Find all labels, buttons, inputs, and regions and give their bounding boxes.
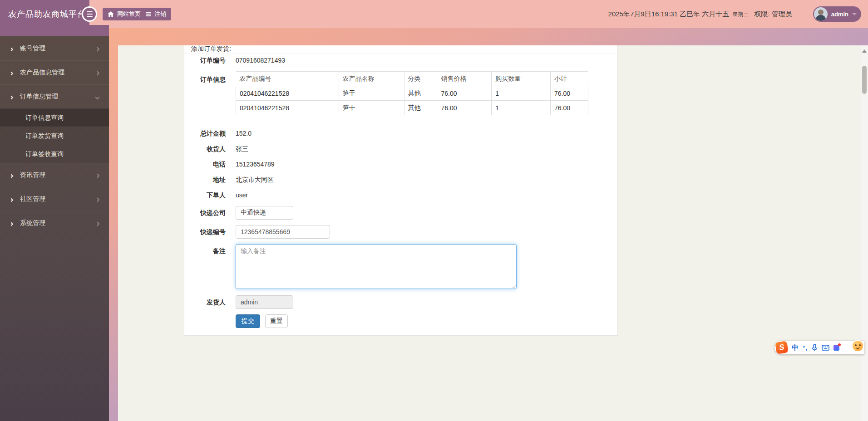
vertical-scrollbar[interactable] bbox=[861, 45, 868, 421]
nav-logout-label: 注销 bbox=[154, 10, 166, 18]
brand-block: 农产品助农商城平台 bbox=[0, 0, 89, 28]
shipment-form: 订单编号 07091608271493 订单信息 农产品编号 农产品名称 分类 … bbox=[184, 54, 617, 328]
phone-row: 电话 15123654789 bbox=[187, 160, 611, 169]
ime-toolbox-icon[interactable] bbox=[843, 345, 849, 351]
courier-input[interactable] bbox=[236, 206, 293, 220]
total-value: 152.0 bbox=[236, 129, 252, 138]
address-row: 地址 北京市大同区 bbox=[187, 175, 611, 184]
chevron-right-icon bbox=[10, 196, 14, 203]
address-value: 北京市大同区 bbox=[236, 175, 274, 184]
phone-value: 15123654789 bbox=[236, 160, 275, 169]
sogou-logo-icon[interactable]: S bbox=[775, 341, 788, 354]
nav-logout-button[interactable]: 注销 bbox=[141, 8, 171, 20]
sidebar-item-product-info[interactable]: 农产品信息管理 bbox=[0, 60, 109, 84]
ime-toolbar: S 中 °, bbox=[774, 341, 864, 354]
sidebar-item-community[interactable]: 社区管理 bbox=[0, 187, 109, 211]
buttons-row: 提交 重置 bbox=[187, 314, 611, 328]
chevron-down-icon bbox=[96, 93, 99, 100]
header-datetime: 2025年7月9日16:19:31 乙巳年 六月十五 bbox=[608, 10, 730, 19]
header-right: 2025年7月9日16:19:31 乙巳年 六月十五 星期三 权限: 管理员 a… bbox=[608, 0, 861, 28]
chevron-right-icon bbox=[96, 69, 99, 76]
shipper-input bbox=[236, 295, 293, 309]
chevron-right-icon bbox=[96, 171, 99, 179]
sidebar-subitem-order-query[interactable]: 订单信息查询 bbox=[0, 108, 109, 127]
chevron-right-icon bbox=[96, 45, 99, 52]
scroll-up-arrow[interactable] bbox=[862, 49, 867, 53]
list-icon bbox=[146, 12, 151, 16]
receiver-value: 张三 bbox=[236, 144, 248, 153]
chevron-right-icon bbox=[10, 69, 14, 76]
remark-row: 备注 bbox=[187, 244, 611, 289]
form-title: 添加订单发货: bbox=[184, 45, 617, 54]
hamburger-icon bbox=[87, 11, 93, 12]
username: admin bbox=[831, 11, 848, 18]
submit-button[interactable]: 提交 bbox=[236, 314, 260, 328]
sidebar-item-account[interactable]: 账号管理 bbox=[0, 36, 109, 60]
header-weekday: 星期三 bbox=[732, 10, 749, 18]
ime-emoji-icon[interactable] bbox=[852, 340, 864, 352]
order-items-table: 农产品编号 农产品名称 分类 销售价格 购买数量 小计 020410462215… bbox=[236, 71, 588, 115]
order-no-value: 07091608271493 bbox=[236, 56, 285, 65]
receiver-row: 收货人 张三 bbox=[187, 144, 611, 153]
tracking-no-row: 快递编号 bbox=[187, 225, 611, 239]
order-info-row: 订单信息 农产品编号 农产品名称 分类 销售价格 购买数量 小计 bbox=[187, 71, 611, 115]
chevron-right-icon bbox=[10, 93, 14, 100]
sidebar-subitem-order-shipment-query[interactable]: 订单发货查询 bbox=[0, 127, 109, 145]
chevron-right-icon bbox=[10, 45, 14, 52]
table-header-row: 农产品编号 农产品名称 分类 销售价格 购买数量 小计 bbox=[236, 72, 588, 86]
scrollbar-thumb[interactable] bbox=[862, 66, 867, 94]
sidebar-item-news[interactable]: 资讯管理 bbox=[0, 163, 109, 187]
buyer-value: user bbox=[236, 191, 248, 200]
sidebar-toggle-button[interactable] bbox=[82, 6, 97, 22]
keyboard-icon[interactable] bbox=[822, 345, 829, 351]
header-role: 权限: 管理员 bbox=[754, 10, 792, 19]
chevron-down-icon bbox=[852, 13, 857, 15]
chevron-right-icon bbox=[96, 196, 99, 203]
buyer-row: 下单人 user bbox=[187, 191, 611, 200]
nav-home-label: 网站首页 bbox=[117, 10, 141, 18]
order-no-row: 订单编号 07091608271493 bbox=[187, 56, 611, 65]
remark-textarea[interactable] bbox=[236, 244, 517, 289]
reset-button[interactable]: 重置 bbox=[265, 314, 288, 328]
chevron-right-icon bbox=[10, 171, 14, 179]
home-icon bbox=[108, 11, 114, 17]
ime-punctuation-toggle[interactable]: °, bbox=[803, 344, 808, 351]
nav-home-button[interactable]: 网站首页 bbox=[103, 8, 146, 20]
chevron-right-icon bbox=[96, 220, 99, 227]
ime-language-toggle[interactable]: 中 bbox=[792, 343, 799, 352]
avatar bbox=[814, 7, 828, 21]
microphone-icon[interactable] bbox=[812, 344, 818, 352]
sidebar-subitem-order-receipt-query[interactable]: 订单签收查询 bbox=[0, 145, 109, 163]
sidebar: 账号管理 农产品信息管理 订单信息管理 订单信息查询 订单发货查询 订单签收查询… bbox=[0, 36, 109, 421]
total-row: 总计金额 152.0 bbox=[187, 129, 611, 138]
user-menu[interactable]: admin bbox=[813, 6, 861, 22]
shipper-row: 发货人 bbox=[187, 295, 611, 309]
app-title: 农产品助农商城平台 bbox=[8, 0, 86, 28]
table-row: 02041046221528 笋干 其他 76.00 1 76.00 bbox=[236, 86, 588, 101]
sidebar-item-order-info[interactable]: 订单信息管理 bbox=[0, 84, 109, 108]
form-card: 添加订单发货: 订单编号 07091608271493 订单信息 农产品编号 农… bbox=[184, 45, 618, 336]
content-area: 添加订单发货: 订单编号 07091608271493 订单信息 农产品编号 农… bbox=[118, 45, 861, 421]
sidebar-item-system[interactable]: 系统管理 bbox=[0, 211, 109, 235]
chevron-right-icon bbox=[10, 220, 14, 227]
tracking-no-input[interactable] bbox=[236, 225, 330, 239]
courier-row: 快递公司 bbox=[187, 206, 611, 220]
ime-skin-icon[interactable] bbox=[833, 345, 839, 351]
sidebar-top-cap bbox=[0, 25, 109, 36]
table-row: 02041046221528 笋干 其他 76.00 1 76.00 bbox=[236, 101, 588, 115]
